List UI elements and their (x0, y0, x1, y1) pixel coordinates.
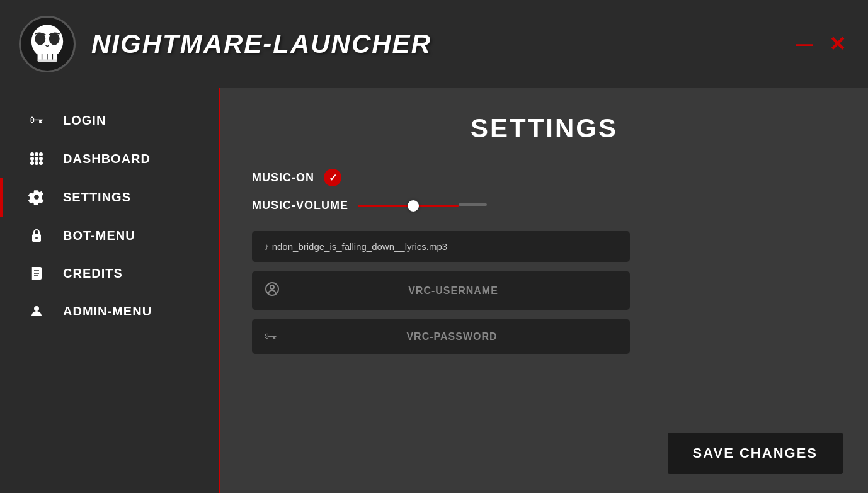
sidebar-item-dashboard[interactable]: DASHBOARD (0, 140, 219, 178)
svg-point-12 (35, 157, 38, 161)
gear-icon (25, 189, 47, 205)
app-logo (19, 16, 76, 72)
key-icon: 🗝 (25, 112, 47, 128)
svg-point-22 (34, 306, 39, 311)
sidebar-label-login: LOGIN (63, 113, 106, 128)
volume-slider-track[interactable] (358, 205, 459, 207)
lock-icon (25, 228, 47, 243)
sidebar-label-admin-menu: ADMIN-MENU (63, 304, 152, 319)
close-button[interactable]: ✕ (826, 31, 849, 57)
minimize-button[interactable]: — (792, 32, 816, 56)
sidebar-item-settings[interactable]: SETTINGS (0, 178, 219, 217)
music-on-label: MUSIC-ON (252, 171, 314, 184)
skull-icon (25, 22, 69, 66)
volume-slider-thumb[interactable] (408, 200, 419, 212)
svg-rect-7 (38, 60, 57, 62)
sidebar: 🗝 LOGIN DAS (0, 88, 220, 493)
save-changes-button[interactable]: SAVE CHANGES (668, 433, 843, 474)
svg-point-10 (39, 152, 43, 156)
key-password-icon: 🗝 (265, 329, 277, 344)
svg-point-14 (30, 161, 34, 165)
main-content: 🗝 LOGIN DAS (0, 88, 868, 493)
sidebar-label-credits: CREDITS (63, 266, 123, 281)
user-circle-icon (265, 281, 280, 300)
sidebar-label-bot-menu: BOT-MENU (63, 229, 135, 243)
app-title: NIGHTMARE-LAUNCHER (91, 29, 431, 59)
music-volume-label: MUSIC-VOLUME (252, 199, 348, 212)
music-file-text: ♪ ndon_bridge_is_falling_down__lyrics.mp… (265, 241, 447, 252)
sidebar-item-bot-menu[interactable]: BOT-MENU (0, 217, 219, 254)
grid-icon (25, 151, 47, 166)
music-file-display: ♪ ndon_bridge_is_falling_down__lyrics.mp… (252, 231, 630, 262)
username-input[interactable] (289, 285, 617, 297)
content-panel: SETTINGS MUSIC-ON MUSIC-VOLUME ♪ ndon_br… (220, 88, 868, 493)
password-wrapper: 🗝 (252, 319, 630, 354)
app-window: NIGHTMARE-LAUNCHER — ✕ 🗝 LOGIN (0, 0, 868, 493)
svg-point-8 (30, 152, 34, 156)
music-volume-row: MUSIC-VOLUME (252, 199, 837, 212)
svg-point-18 (35, 237, 38, 239)
music-on-row: MUSIC-ON (252, 169, 837, 186)
username-wrapper (252, 271, 630, 310)
svg-point-11 (30, 157, 34, 161)
window-controls: — ✕ (792, 31, 849, 57)
page-title: SETTINGS (252, 113, 837, 144)
sidebar-label-dashboard: DASHBOARD (63, 152, 151, 166)
svg-point-13 (39, 157, 43, 161)
sidebar-item-credits[interactable]: CREDITS (0, 254, 219, 292)
svg-point-9 (35, 152, 38, 156)
password-input[interactable] (287, 331, 617, 343)
book-icon (25, 266, 47, 281)
music-on-checkbox[interactable] (324, 169, 341, 186)
title-bar: NIGHTMARE-LAUNCHER — ✕ (0, 0, 868, 88)
sidebar-item-admin-menu[interactable]: ADMIN-MENU (0, 292, 219, 330)
person-icon (25, 303, 47, 319)
svg-point-15 (35, 161, 38, 165)
sidebar-item-login[interactable]: 🗝 LOGIN (0, 101, 219, 140)
svg-point-24 (270, 285, 274, 289)
sidebar-label-settings: SETTINGS (63, 190, 131, 205)
svg-point-16 (39, 161, 43, 165)
slider-track-right (459, 203, 487, 206)
